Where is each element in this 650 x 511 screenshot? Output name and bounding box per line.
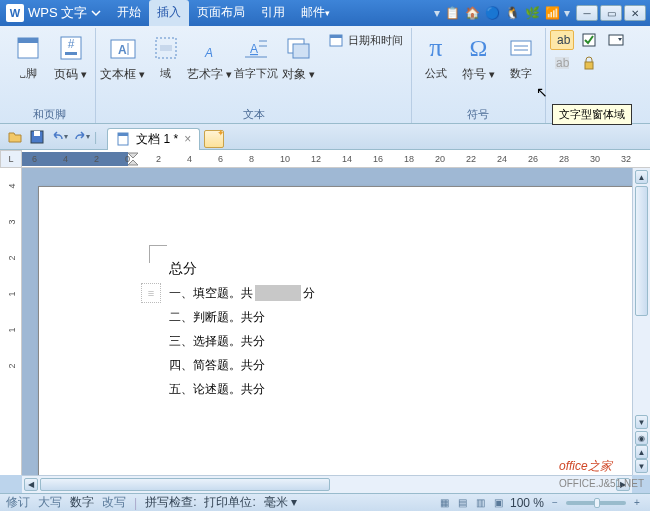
symbol-button[interactable]: Ω 符号 ▾ <box>458 30 499 85</box>
doc-title[interactable]: 总分 <box>169 257 632 281</box>
textbox-button[interactable]: A 文本框 ▾ <box>100 30 145 85</box>
svg-rect-24 <box>609 35 623 45</box>
vertical-ruler[interactable]: 432112 <box>0 168 22 475</box>
scroll-up-button[interactable]: ▲ <box>635 170 648 184</box>
svg-text:#: # <box>67 37 74 51</box>
header-footer-button[interactable]: ␣脚 <box>8 30 48 83</box>
field-button[interactable]: 域 <box>147 30 185 83</box>
checkbox-form-field-button[interactable] <box>577 30 601 50</box>
sb-caps[interactable]: 大写 <box>38 494 62 511</box>
tab-page-layout[interactable]: 页面布局 <box>189 0 253 26</box>
maximize-button[interactable]: ▭ <box>600 5 622 21</box>
minimize-button[interactable]: ─ <box>576 5 598 21</box>
svg-rect-18 <box>330 35 342 38</box>
cloud-icon[interactable]: 📶 <box>544 5 560 21</box>
number-button[interactable]: 数字 <box>501 30 541 83</box>
ruler-tick: 24 <box>497 154 507 164</box>
svg-rect-31 <box>118 133 128 136</box>
undo-icon[interactable]: ▾ <box>50 128 68 146</box>
doc-line[interactable]: 四、简答题。共分 <box>169 353 632 377</box>
ruler-tick: 20 <box>435 154 445 164</box>
scroll-thumb[interactable] <box>635 186 648 316</box>
quick-access-toolbar: ▾ ▾ | 文档 1 * × <box>0 124 650 150</box>
page-number-button[interactable]: # 页码 ▾ <box>50 30 91 85</box>
datetime-button[interactable]: 日期和时间 <box>324 30 407 50</box>
svg-rect-29 <box>34 131 40 136</box>
doc-line[interactable]: 二、判断题。共分 <box>169 305 632 329</box>
ruler-tick: 2 <box>94 154 99 164</box>
tab-mailings[interactable]: 邮件▾ <box>293 0 338 26</box>
svg-text:A: A <box>204 46 213 60</box>
form-field[interactable] <box>255 285 301 301</box>
redo-icon[interactable]: ▾ <box>72 128 90 146</box>
horizontal-ruler[interactable]: 64202468101214161820222426283032 <box>22 150 650 168</box>
close-button[interactable]: ✕ <box>624 5 646 21</box>
document-icon <box>116 132 130 146</box>
ruler-tick: 3 <box>6 219 14 224</box>
dropdown-form-field-button[interactable] <box>604 30 628 50</box>
object-button[interactable]: 对象 ▾ <box>280 30 318 85</box>
svg-rect-16 <box>293 44 309 58</box>
open-icon[interactable] <box>6 128 24 146</box>
group-label: 和页脚 <box>4 107 95 122</box>
view-web-icon[interactable]: ▥ <box>474 496 488 510</box>
view-outline-icon[interactable]: ▤ <box>456 496 470 510</box>
ruler-tick: 1 <box>6 291 14 296</box>
ruler-tick: 28 <box>559 154 569 164</box>
tab-references[interactable]: 引用 <box>253 0 293 26</box>
view-reading-icon[interactable]: ▣ <box>492 496 506 510</box>
globe-icon[interactable]: 🔵 <box>484 5 500 21</box>
scroll-down-button[interactable]: ▼ <box>635 415 648 429</box>
menu-tabs: 开始 插入 页面布局 引用 邮件▾ <box>109 0 338 26</box>
home-icon[interactable]: 📋 <box>444 5 460 21</box>
ruler-tick: 10 <box>280 154 290 164</box>
zoom-value[interactable]: 100 % <box>510 496 544 510</box>
ruler-tick: 14 <box>342 154 352 164</box>
sb-num[interactable]: 数字 <box>70 494 94 511</box>
svg-text:A: A <box>118 43 127 57</box>
text-form-field-button[interactable]: ab| <box>550 30 574 50</box>
new-tab-button[interactable] <box>204 130 224 148</box>
page[interactable]: 总分 ≡一、填空题。共分二、判断题。共分三、选择题。共分四、简答题。共分五、论述… <box>38 186 632 475</box>
zoom-out-icon[interactable]: − <box>548 496 562 510</box>
ruler-tick: 4 <box>187 154 192 164</box>
document-tab-name: 文档 1 * <box>136 131 178 148</box>
save-icon[interactable] <box>28 128 46 146</box>
equation-button[interactable]: π 公式 <box>416 30 456 83</box>
bird-icon[interactable]: 🐧 <box>504 5 520 21</box>
document-area[interactable]: 总分 ≡一、填空题。共分二、判断题。共分三、选择题。共分四、简答题。共分五、论述… <box>22 168 632 475</box>
wordart-button[interactable]: A 艺术字 ▾ <box>187 30 232 85</box>
form-shading-button[interactable]: ab <box>550 53 574 73</box>
svg-rect-26 <box>555 57 569 69</box>
tab-start[interactable]: 开始 <box>109 0 149 26</box>
zoom-slider[interactable] <box>566 501 626 505</box>
house-icon[interactable]: 🏠 <box>464 5 480 21</box>
zoom-in-icon[interactable]: + <box>630 496 644 510</box>
doc-line[interactable]: 五、论述题。共分 <box>169 377 632 401</box>
scroll-left-button[interactable]: ◀ <box>24 478 38 491</box>
vertical-scrollbar[interactable]: ▲ ▼ ◉ ▲ ▼ <box>632 168 650 475</box>
tab-close-icon[interactable]: × <box>184 132 191 146</box>
sb-track-changes[interactable]: 修订 <box>6 494 30 511</box>
document-tab-bar: 文档 1 * × <box>107 124 224 150</box>
view-print-layout-icon[interactable]: ▦ <box>438 496 452 510</box>
protect-form-button[interactable] <box>577 53 601 73</box>
leaf-icon[interactable]: 🌿 <box>524 5 540 21</box>
prev-page-button[interactable]: ◉ <box>635 431 648 445</box>
sb-spellcheck[interactable]: 拼写检查: <box>145 494 196 511</box>
doc-line[interactable]: 三、选择题。共分 <box>169 329 632 353</box>
dropcap-button[interactable]: A 首字下沉 <box>234 30 278 83</box>
svg-rect-19 <box>511 41 531 55</box>
sb-unit-value[interactable]: 毫米 ▾ <box>264 494 297 511</box>
ruler-tick: 4 <box>63 154 68 164</box>
app-menu-dropdown-icon[interactable] <box>91 8 101 18</box>
horizontal-scrollbar[interactable]: ◀ ▶ <box>22 475 632 493</box>
browse-object-button[interactable]: ▲ <box>635 445 648 459</box>
ruler-tick: 6 <box>218 154 223 164</box>
document-tab[interactable]: 文档 1 * × <box>107 128 200 150</box>
tab-insert[interactable]: 插入 <box>149 0 189 26</box>
scroll-thumb[interactable] <box>40 478 330 491</box>
group-label: 符号 <box>412 107 545 122</box>
sb-overtype[interactable]: 改写 <box>102 494 126 511</box>
doc-line[interactable]: ≡一、填空题。共分 <box>169 281 632 305</box>
